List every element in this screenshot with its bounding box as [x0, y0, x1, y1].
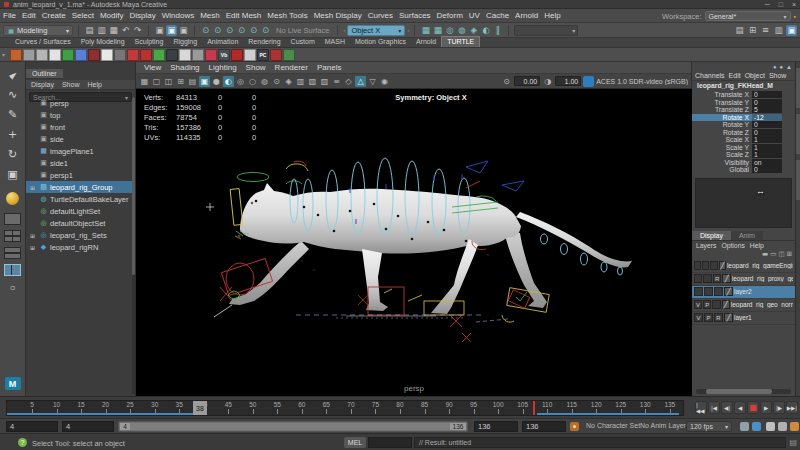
channel-box-menu-item[interactable]: Show: [769, 72, 787, 79]
mel-toggle-button[interactable]: MEL: [344, 437, 366, 448]
hypershade-icon[interactable]: ◈: [468, 25, 479, 36]
play-forwards-button[interactable]: ▶: [760, 401, 772, 414]
viewport-menu-item[interactable]: Shading: [166, 63, 203, 72]
new-empty-layer-icon[interactable]: ▬: [762, 250, 768, 259]
history-toggle-icon[interactable]: ▤: [734, 25, 745, 36]
render-settings-icon[interactable]: ◍: [456, 25, 467, 36]
shelf-tab[interactable]: MASH: [320, 37, 350, 47]
menu-item[interactable]: Cache: [483, 9, 512, 23]
layer-visibility-toggle[interactable]: [694, 274, 702, 283]
shelf-dark-red-icon[interactable]: [88, 49, 100, 61]
menu-item[interactable]: Create: [39, 9, 69, 23]
colorspace-label[interactable]: ACES 1.0 SDR-video (sRGB): [596, 78, 688, 85]
snap-point-icon[interactable]: ⊙: [224, 25, 235, 36]
lock-camera-icon[interactable]: ▢: [151, 76, 162, 87]
workspace-lock-icon[interactable]: ▪: [794, 13, 796, 20]
rotate-tool-icon[interactable]: ↻: [4, 146, 22, 163]
pause-viewport-icon[interactable]: ‖: [492, 25, 503, 36]
close-button[interactable]: ×: [792, 1, 796, 8]
bookmarks-icon[interactable]: ⊞: [175, 76, 186, 87]
stop-button[interactable]: ■: [747, 401, 759, 414]
layer-visibility-toggle[interactable]: V: [694, 300, 702, 309]
layer-row[interactable]: R ╱ leopard_rig_proxy_geo: [692, 273, 795, 286]
wireframe-icon[interactable]: ▣: [199, 76, 210, 87]
image-plane-icon[interactable]: ▤: [187, 76, 198, 87]
channel-value-field[interactable]: 1: [752, 144, 782, 151]
scale-tool-icon[interactable]: ▣: [4, 166, 22, 183]
outliner-menu-item[interactable]: Display: [31, 81, 54, 88]
shelf-tab[interactable]: Arnold: [411, 37, 441, 47]
channel-box-menu-item[interactable]: Edit: [729, 72, 741, 79]
shaded-icon[interactable]: ●: [211, 76, 222, 87]
channel-row[interactable]: Translate Y 0: [692, 99, 795, 107]
speed-state-icon[interactable]: ●: [779, 64, 783, 70]
shadows-icon[interactable]: ○: [247, 76, 258, 87]
lasso-tool-icon[interactable]: ∿: [4, 86, 22, 103]
channel-row[interactable]: Rotate Y 0: [692, 121, 795, 129]
channel-value-field[interactable]: -12: [752, 114, 782, 121]
channel-row[interactable]: Rotate Z 0: [692, 129, 795, 137]
menu-item[interactable]: Mesh Tools: [264, 9, 310, 23]
render-view-icon[interactable]: ▦: [420, 25, 431, 36]
menu-item[interactable]: Help: [541, 9, 563, 23]
shelf-vb-icon[interactable]: Vb: [218, 49, 230, 61]
viewport-menu-item[interactable]: Panels: [313, 63, 345, 72]
shelf-tab[interactable]: Curves / Surfaces: [10, 37, 76, 47]
light-editor-icon[interactable]: ◐: [480, 25, 491, 36]
render-current-frame-icon[interactable]: ▦: [432, 25, 443, 36]
step-forward-frame-button[interactable]: |▶: [773, 401, 785, 414]
snap-projected-center-icon[interactable]: ⊙: [236, 25, 247, 36]
shelf-blob-icon[interactable]: [244, 49, 256, 61]
animation-start-field[interactable]: 4: [6, 421, 58, 432]
outliner-scrollbar[interactable]: [132, 97, 135, 394]
viewport-menu-item[interactable]: View: [140, 63, 165, 72]
pin-channel-icon[interactable]: ♦: [773, 64, 776, 70]
exposure-field[interactable]: 0.00: [514, 76, 540, 86]
minimize-button[interactable]: ─: [765, 1, 770, 8]
menu-set-selector[interactable]: ▦ Modeling ▾: [3, 25, 73, 36]
outliner-row[interactable]: ⊞ ▧ leopard_rig_Group: [26, 181, 132, 193]
current-frame-indicator[interactable]: 38: [193, 401, 207, 415]
layer-display-type-toggle[interactable]: [710, 261, 717, 270]
script-editor-open-icon[interactable]: ▤: [789, 438, 797, 447]
layer-playback-toggle[interactable]: [703, 274, 711, 283]
new-layer-selected-icon[interactable]: ▭: [770, 250, 776, 259]
shelf-tab[interactable]: Custom: [286, 37, 320, 47]
layer-editor-tab[interactable]: Display: [692, 231, 731, 240]
time-slider[interactable]: 5101520253035404550556065707580859095100…: [6, 400, 684, 416]
shelf-pie-icon[interactable]: [205, 49, 217, 61]
shelf-sphere3-icon[interactable]: [179, 49, 191, 61]
layer-options-icon[interactable]: ⊞: [787, 250, 792, 259]
shelf-menu-icon[interactable]: ▾: [2, 51, 9, 58]
shelf-green-export-icon[interactable]: [62, 49, 74, 61]
layer-row[interactable]: V P ╱ leopard_rig_geo_normal: [692, 299, 795, 312]
ipr-render-icon[interactable]: ◎: [444, 25, 455, 36]
time-editor-icon[interactable]: [752, 422, 761, 431]
viewport-menu-item[interactable]: Show: [242, 63, 270, 72]
menu-item[interactable]: Curves: [365, 9, 396, 23]
layer-row[interactable]: ╱ leopard_rig_gameEngineMesh: [692, 260, 795, 273]
magnifier-icon[interactable]: ○: [9, 282, 15, 293]
shelf-tab[interactable]: Rigging: [168, 37, 202, 47]
outliner-row[interactable]: ⊞ ◎ leopard_rig_Sets: [26, 229, 132, 241]
outliner-tab[interactable]: Outliner: [26, 69, 63, 79]
safe-action-icon[interactable]: ◇: [343, 76, 354, 87]
layer-visibility-toggle[interactable]: [694, 287, 703, 296]
channel-row[interactable]: Visibility on: [692, 159, 795, 167]
layer-editor-menu-item[interactable]: Help: [750, 242, 764, 249]
range-slider-left-handle[interactable]: 4: [120, 423, 130, 430]
layer-name[interactable]: leopard_rig_proxy_geo: [732, 275, 793, 282]
channel-row[interactable]: Global 0: [692, 166, 795, 174]
outliner-row[interactable]: ▦ imagePlane1: [26, 145, 132, 157]
layer-display-type-toggle[interactable]: R: [714, 313, 723, 322]
script-editor-icon[interactable]: [740, 422, 749, 431]
workspace-selector[interactable]: General* ▾: [705, 11, 791, 21]
list-view-icon[interactable]: ≡: [760, 25, 771, 36]
modeling-toolkit-icon[interactable]: ▣: [786, 25, 797, 36]
resolution-gate-icon[interactable]: ▨: [319, 76, 330, 87]
layer-name[interactable]: layer1: [734, 314, 752, 321]
layout-four-pane-button[interactable]: [4, 230, 21, 242]
layer-visibility-toggle[interactable]: [694, 261, 701, 270]
multisample-icon[interactable]: ◈: [283, 76, 294, 87]
viewport-menu-item[interactable]: Lighting: [205, 63, 241, 72]
